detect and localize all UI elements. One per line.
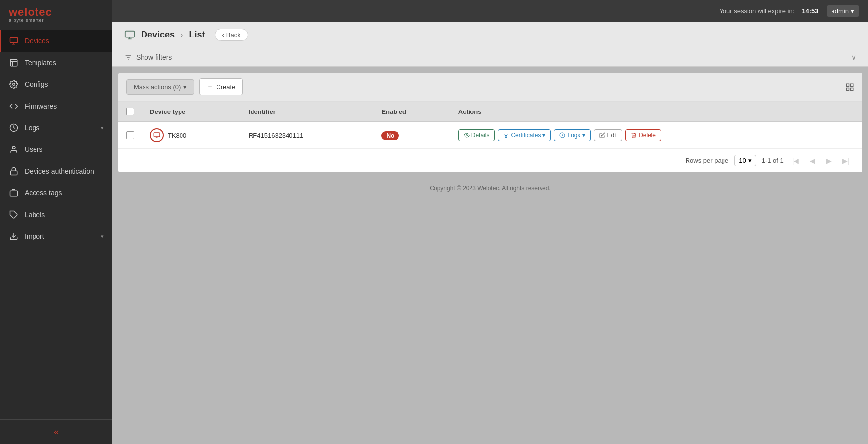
sidebar-item-access-tags[interactable]: Access tags [0, 182, 112, 204]
logo-text: welotec [9, 7, 104, 18]
sidebar-item-devices-auth[interactable]: Devices authentication [0, 160, 112, 182]
configs-icon [9, 79, 19, 89]
svg-rect-13 [125, 31, 134, 37]
rows-per-page-label: Rows per page [686, 157, 728, 164]
sidebar-label-access-tags: Access tags [25, 189, 62, 197]
sidebar-nav: Devices Templates Configs [0, 28, 112, 419]
logs-icon [9, 123, 19, 133]
sidebar-label-configs: Configs [25, 80, 48, 88]
admin-label: admin [832, 7, 849, 15]
table-row: TK800 RF4151632340111 No Details [118, 122, 862, 148]
identifier-cell: RF4151632340111 [241, 122, 374, 148]
pagination-bar: Rows per page 10 ▾ 1-1 of 1 |◀ ◀ ▶ ▶| [118, 148, 862, 172]
edit-button[interactable]: Edit [594, 129, 623, 141]
eye-icon [464, 132, 470, 138]
users-icon [9, 145, 19, 154]
filters-chevron-icon[interactable]: ∨ [851, 53, 856, 61]
sidebar-label-import: Import [25, 232, 44, 240]
filters-bar: Show filters ∨ [112, 48, 868, 67]
col-enabled: Enabled [373, 102, 450, 122]
back-label: Back [226, 31, 241, 38]
svg-point-8 [12, 146, 15, 149]
templates-icon [9, 58, 19, 68]
certificates-button[interactable]: Certificates ▾ [498, 129, 551, 141]
last-page-button[interactable]: ▶| [840, 156, 852, 166]
labels-icon [9, 210, 19, 220]
clock-icon [559, 132, 565, 138]
trash-icon [631, 132, 637, 138]
sidebar-item-logs[interactable]: Logs ▾ [0, 117, 112, 139]
first-page-button[interactable]: |◀ [790, 156, 802, 166]
col-device-type: Device type [142, 102, 241, 122]
sidebar-item-templates[interactable]: Templates [0, 52, 112, 74]
devices-icon [9, 36, 19, 46]
rows-per-page-select[interactable]: 10 ▾ [734, 155, 756, 166]
copyright-text: Copyright © 2023 Welotec. All rights res… [430, 185, 550, 192]
collapse-sidebar-button[interactable]: « [54, 427, 59, 437]
table-header-row: Device type Identifier Enabled Actions [118, 102, 862, 122]
actions-cell: Details Certificates ▾ Logs [450, 122, 862, 148]
grid-view-button[interactable] [845, 82, 854, 92]
topbar: Your session will expire in: 14:53 admin… [112, 0, 868, 22]
enabled-cell: No [373, 122, 450, 148]
back-button[interactable]: ‹ Back [215, 29, 248, 41]
devices-auth-icon [9, 166, 19, 176]
filter-icon [124, 53, 132, 61]
col-actions: Actions [450, 102, 862, 122]
page-header: Devices › List ‹ Back [112, 22, 868, 48]
svg-rect-9 [10, 171, 17, 175]
page-title: Devices [141, 30, 175, 40]
device-type-label: TK800 [168, 132, 186, 139]
logo-sub: a byte smarter [9, 18, 104, 23]
session-timer: 14:53 [802, 7, 818, 15]
footer: Copyright © 2023 Welotec. All rights res… [112, 178, 868, 199]
col-identifier: Identifier [241, 102, 374, 122]
row-checkbox[interactable] [126, 131, 134, 139]
svg-rect-3 [10, 59, 17, 66]
grid-icon [845, 83, 854, 92]
svg-rect-22 [851, 88, 853, 90]
import-chevron-icon: ▾ [101, 233, 104, 240]
edit-icon [599, 132, 605, 138]
sidebar-label-labels: Labels [25, 211, 45, 219]
select-all-col [118, 102, 142, 122]
sidebar-item-devices[interactable]: Devices [0, 30, 112, 52]
sidebar-item-users[interactable]: Users [0, 139, 112, 160]
sidebar-item-configs[interactable]: Configs [0, 74, 112, 95]
content-area: Devices › List ‹ Back Show filters ∨ [112, 22, 868, 444]
svg-rect-0 [10, 37, 18, 43]
certs-chevron-icon: ▾ [542, 132, 545, 139]
create-button[interactable]: ＋ Create [199, 78, 243, 95]
prev-page-button[interactable]: ◀ [807, 156, 818, 166]
logs-action-chevron-icon: ▾ [582, 132, 585, 139]
svg-point-26 [466, 135, 467, 136]
sidebar-item-firmwares[interactable]: Firmwares [0, 95, 112, 117]
show-filters-label: Show filters [136, 53, 172, 61]
next-page-button[interactable]: ▶ [824, 156, 834, 166]
svg-rect-21 [846, 88, 849, 90]
devices-table: Device type Identifier Enabled Actions [118, 102, 862, 148]
rows-per-page-value: 10 [739, 157, 746, 164]
sidebar-label-templates: Templates [25, 59, 56, 67]
select-all-checkbox[interactable] [126, 108, 134, 115]
details-button[interactable]: Details [458, 129, 495, 141]
svg-rect-20 [851, 84, 853, 86]
sidebar-item-labels[interactable]: Labels [0, 204, 112, 225]
mass-actions-button[interactable]: Mass actions (0) ▾ [126, 79, 194, 95]
device-type-icon [150, 128, 164, 142]
admin-menu-button[interactable]: admin ▾ [827, 5, 859, 17]
logs-action-button[interactable]: Logs ▾ [554, 129, 590, 141]
show-filters-button[interactable]: Show filters [124, 53, 172, 61]
table-container: Mass actions (0) ▾ ＋ Create [118, 73, 862, 172]
svg-rect-10 [10, 191, 18, 196]
breadcrumb-list: List [189, 30, 205, 40]
row-checkbox-cell [118, 122, 142, 148]
logs-chevron-icon: ▾ [101, 125, 104, 131]
delete-button[interactable]: Delete [625, 129, 661, 141]
sidebar-label-devices-auth: Devices authentication [25, 167, 94, 175]
mass-actions-label: Mass actions (0) [134, 83, 181, 91]
sidebar-label-logs: Logs [25, 124, 39, 132]
create-label: Create [216, 83, 235, 91]
sidebar-item-import[interactable]: Import ▾ [0, 225, 112, 247]
back-chevron-icon: ‹ [222, 31, 224, 38]
